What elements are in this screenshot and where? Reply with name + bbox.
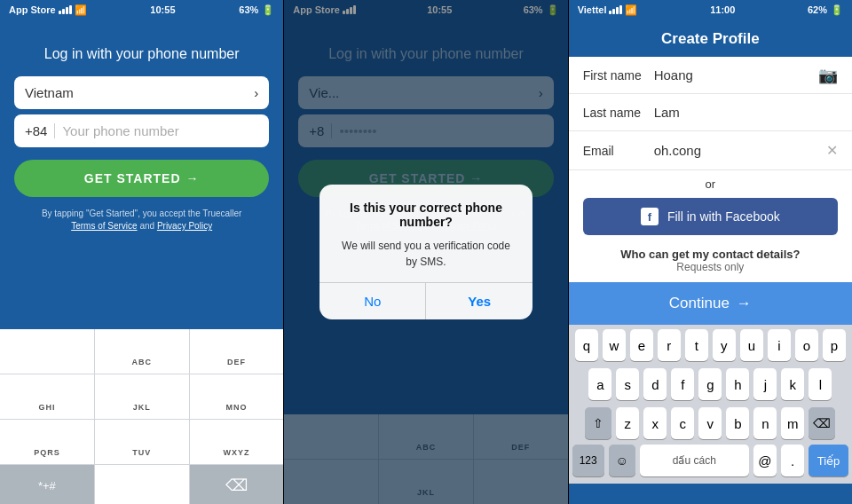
confirm-dialog: Is this your correct phone number? We wi…	[320, 185, 532, 319]
dialog-overlay: Is this your correct phone number? We wi…	[284, 0, 567, 504]
firstname-value[interactable]: Hoang	[654, 67, 838, 83]
country-selector[interactable]: Vietnam ›	[14, 76, 269, 109]
key-backspace[interactable]: ⌫	[190, 465, 284, 504]
status-bar-3: Viettel 📶 11:00 62% 🔋	[569, 0, 852, 20]
key-u[interactable]: u	[740, 329, 763, 361]
key-symbols[interactable]: *+#	[0, 465, 94, 504]
battery-3: 62%	[808, 4, 827, 15]
keyboard-row3: ⇧ z x c v b n m ⌫	[569, 403, 852, 442]
privacy-sub: Requests only	[583, 261, 838, 273]
chevron-right-icon: ›	[254, 85, 258, 100]
key-7[interactable]: 7PQRS	[0, 420, 94, 464]
dialog-actions: No Yes	[320, 282, 532, 319]
dialog-yes-button[interactable]: Yes	[426, 283, 532, 319]
lastname-label: Last name	[583, 106, 654, 120]
key-1[interactable]: 1	[0, 329, 94, 374]
key-v[interactable]: v	[698, 407, 722, 439]
key-s[interactable]: s	[616, 368, 639, 400]
time-1: 10:55	[150, 4, 175, 15]
key-emoji[interactable]: ☺	[609, 445, 635, 476]
key-g[interactable]: g	[698, 368, 722, 400]
key-0[interactable]: 0	[95, 465, 189, 504]
screen3-profile: Viettel 📶 11:00 62% 🔋 Create Profile Fir…	[569, 0, 852, 504]
key-o[interactable]: o	[795, 329, 818, 361]
key-6[interactable]: 6MNO	[190, 374, 284, 419]
keyboard-row1: q w e r t y u i o p	[569, 325, 852, 364]
key-shift[interactable]: ⇧	[585, 407, 611, 439]
clear-icon[interactable]: ✕	[826, 142, 838, 159]
key-numbers-toggle[interactable]: 123	[572, 445, 604, 476]
continue-label: Continue	[669, 295, 730, 312]
key-z[interactable]: z	[616, 407, 639, 439]
continue-arrow-icon: →	[737, 295, 752, 312]
terms-and: and	[139, 221, 154, 231]
battery-percent-1: 63%	[239, 4, 258, 15]
get-started-button[interactable]: GET STARTED →	[14, 160, 269, 197]
lastname-value[interactable]: Lam	[654, 105, 838, 120]
key-4[interactable]: 4GHI	[0, 374, 94, 419]
signal-icon-3	[609, 5, 622, 14]
terms-line1: By tapping "Get Started", you accept the…	[42, 209, 242, 218]
key-x[interactable]: x	[643, 407, 667, 439]
profile-form: First name Hoang 📷 Last name Lam Email o…	[569, 57, 852, 282]
key-9[interactable]: 9WXYZ	[190, 420, 284, 464]
key-k[interactable]: k	[781, 368, 804, 400]
key-t[interactable]: t	[685, 329, 708, 361]
arrow-icon: →	[186, 171, 200, 185]
keyboard: q w e r t y u i o p a s d f g h j k l ⇧ …	[569, 325, 852, 484]
lastname-row: Last name Lam	[569, 94, 852, 131]
key-submit[interactable]: Tiếp	[809, 445, 848, 476]
key-w[interactable]: w	[603, 329, 626, 361]
terms-of-service-link[interactable]: Terms of Service	[71, 221, 137, 231]
key-m[interactable]: m	[781, 407, 804, 439]
key-f[interactable]: f	[671, 368, 694, 400]
keyboard-row2: a s d f g h j k l	[569, 364, 852, 403]
key-2[interactable]: 2ABC	[95, 329, 189, 374]
status-left-3: Viettel 📶	[578, 4, 638, 16]
key-at[interactable]: @	[753, 445, 777, 476]
key-c[interactable]: c	[671, 407, 694, 439]
key-5[interactable]: 5JKL	[95, 374, 189, 419]
key-a[interactable]: a	[588, 368, 611, 400]
app-store-label-1: App Store	[9, 4, 56, 15]
key-8[interactable]: 8TUV	[95, 420, 189, 464]
key-3[interactable]: 3DEF	[190, 329, 284, 374]
time-3: 11:00	[710, 4, 735, 15]
continue-button[interactable]: Continue →	[569, 282, 852, 325]
carrier-label: Viettel	[578, 4, 607, 15]
status-right-1: 63% 🔋	[239, 4, 274, 16]
signal-icon-1	[59, 5, 72, 14]
battery-icon-3: 🔋	[831, 4, 843, 16]
key-d[interactable]: d	[643, 368, 667, 400]
status-bar-1: App Store 📶 10:55 63% 🔋	[0, 0, 283, 20]
wifi-icon-3: 📶	[625, 4, 637, 16]
key-b[interactable]: b	[726, 407, 749, 439]
phone-input[interactable]: Your phone number	[62, 123, 178, 138]
key-e[interactable]: e	[630, 329, 653, 361]
or-label: or	[706, 177, 716, 191]
keyboard-bottom-row: 123 ☺ dấu cách @ . Tiếp	[569, 442, 852, 484]
key-l[interactable]: l	[809, 368, 832, 400]
key-n[interactable]: n	[753, 407, 777, 439]
key-j[interactable]: j	[753, 368, 777, 400]
dialog-no-button[interactable]: No	[320, 283, 426, 319]
facebook-button[interactable]: f Fill in with Facebook	[583, 198, 838, 235]
login-title: Log in with your phone number	[14, 46, 269, 62]
key-y[interactable]: y	[713, 329, 736, 361]
battery-icon-1: 🔋	[262, 4, 274, 16]
key-i[interactable]: i	[768, 329, 791, 361]
key-h[interactable]: h	[726, 368, 749, 400]
key-kb-backspace[interactable]: ⌫	[809, 407, 835, 439]
key-p[interactable]: p	[823, 329, 846, 361]
privacy-policy-link[interactable]: Privacy Policy	[157, 221, 212, 231]
key-dot[interactable]: .	[781, 445, 804, 476]
email-value[interactable]: oh.cong	[654, 143, 819, 158]
privacy-title: Who can get my contact details?	[583, 248, 838, 261]
wifi-icon-1: 📶	[75, 4, 87, 16]
email-label: Email	[583, 144, 654, 158]
status-right-3: 62% 🔋	[808, 4, 843, 16]
facebook-logo: f	[641, 208, 659, 225]
key-r[interactable]: r	[658, 329, 681, 361]
key-q[interactable]: q	[575, 329, 598, 361]
key-space[interactable]: dấu cách	[640, 445, 749, 476]
